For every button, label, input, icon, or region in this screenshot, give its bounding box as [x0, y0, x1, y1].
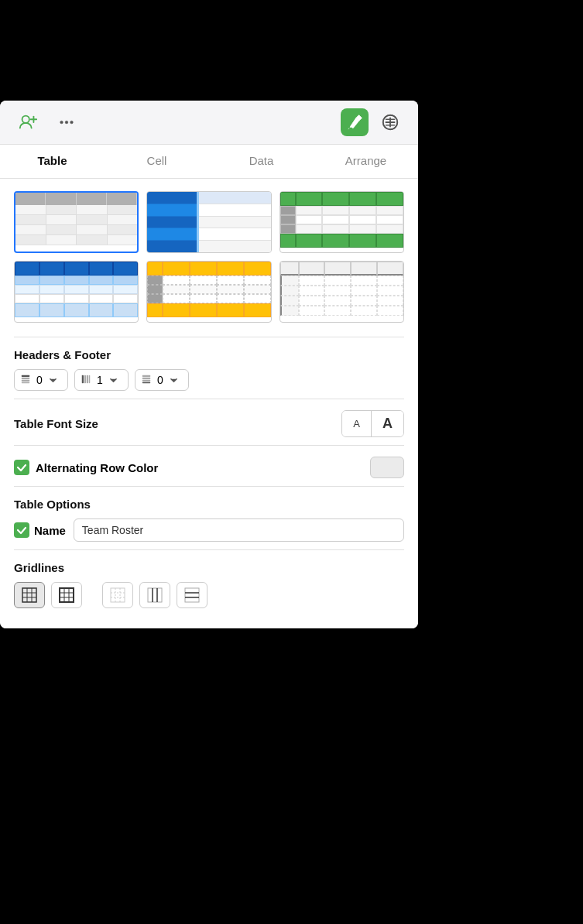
table-options-section: Table Options Name: [14, 486, 404, 549]
svg-rect-18: [22, 382, 30, 383]
gridlines-col-borders-button[interactable]: [139, 582, 170, 608]
svg-rect-27: [22, 588, 36, 602]
table-rows-icon: [21, 375, 30, 386]
svg-rect-15: [22, 375, 30, 376]
svg-rect-19: [82, 375, 84, 384]
alternating-row-section: Alternating Row Color: [14, 445, 404, 486]
more-options-button[interactable]: [53, 108, 81, 136]
headers-footer-section: Headers & Footer 0 1: [14, 337, 404, 399]
font-size-controls: A A: [341, 410, 404, 437]
tab-table[interactable]: Table: [0, 145, 105, 178]
font-decrease-button[interactable]: A: [342, 411, 372, 436]
table-name-check: Name: [14, 522, 66, 538]
table-style-gallery: [14, 191, 404, 323]
svg-rect-23: [142, 375, 151, 377]
table-footer-icon: [142, 374, 151, 386]
table-name-label: Name: [34, 524, 66, 537]
alt-row-left: Alternating Row Color: [14, 460, 158, 475]
table-options-title: Table Options: [14, 498, 404, 511]
format-button[interactable]: [341, 108, 369, 136]
gridlines-row-borders-button[interactable]: [177, 582, 207, 608]
header-rows-dropdown[interactable]: 0: [14, 369, 68, 391]
document-button[interactable]: [376, 108, 404, 136]
table-cols-icon: [81, 374, 91, 386]
table-style-2[interactable]: [146, 191, 271, 253]
header-cols-value: 1: [97, 374, 103, 386]
table-style-4[interactable]: [14, 261, 139, 323]
table-style-1[interactable]: [14, 191, 139, 253]
toolbar-left: [14, 108, 81, 136]
svg-rect-22: [89, 375, 91, 384]
table-style-6[interactable]: [279, 261, 404, 323]
gridlines-no-inner-button[interactable]: [102, 582, 133, 608]
font-size-row: Table Font Size A A: [14, 410, 404, 437]
table-style-3[interactable]: [279, 191, 404, 253]
svg-rect-42: [148, 588, 162, 602]
gridlines-section: Gridlines: [14, 549, 404, 616]
gridlines-all-borders-button[interactable]: [14, 582, 45, 608]
table-name-row: Name: [14, 518, 404, 542]
font-size-title: Table Font Size: [14, 417, 98, 430]
gridlines-buttons: [14, 582, 404, 608]
tab-cell[interactable]: Cell: [105, 145, 209, 178]
alternating-row-checkbox[interactable]: [14, 460, 29, 475]
svg-rect-45: [185, 588, 199, 602]
svg-rect-20: [84, 375, 86, 384]
alternating-row-color-swatch[interactable]: [370, 457, 404, 478]
svg-rect-16: [22, 377, 30, 378]
svg-rect-26: [142, 382, 151, 384]
font-increase-button[interactable]: A: [372, 411, 403, 436]
tab-data[interactable]: Data: [209, 145, 314, 178]
svg-point-0: [22, 116, 29, 123]
svg-rect-37: [111, 588, 125, 602]
table-style-5[interactable]: [146, 261, 271, 323]
header-rows-value: 0: [36, 374, 43, 386]
toolbar: [0, 101, 418, 145]
toolbar-right: [341, 108, 404, 136]
tabs: Table Cell Data Arrange: [0, 145, 418, 179]
svg-rect-17: [22, 379, 30, 381]
headers-footer-title: Headers & Footer: [14, 348, 404, 361]
footer-rows-dropdown[interactable]: 0: [135, 369, 189, 391]
font-size-section: Table Font Size A A: [14, 399, 404, 445]
alternating-row-label: Alternating Row Color: [36, 461, 158, 474]
svg-rect-24: [142, 378, 151, 379]
panel-content: Headers & Footer 0 1: [0, 179, 418, 628]
svg-rect-25: [142, 380, 151, 382]
tab-arrange[interactable]: Arrange: [314, 145, 418, 178]
table-name-input[interactable]: [74, 518, 404, 542]
footer-rows-value: 0: [157, 374, 163, 386]
svg-rect-21: [87, 375, 88, 384]
svg-rect-32: [60, 588, 74, 602]
add-collaborator-button[interactable]: [14, 108, 42, 136]
alt-row-row: Alternating Row Color: [14, 457, 404, 478]
header-cols-dropdown[interactable]: 1: [74, 369, 129, 391]
headers-footer-controls: 0 1 0: [14, 369, 404, 391]
table-name-checkbox[interactable]: [14, 522, 29, 538]
gridlines-inner-borders-button[interactable]: [51, 582, 82, 608]
gridlines-title: Gridlines: [14, 561, 404, 574]
